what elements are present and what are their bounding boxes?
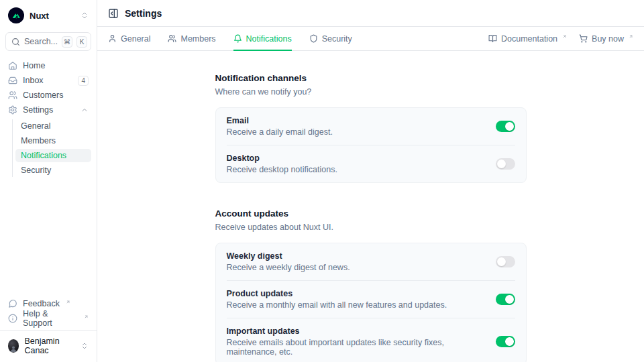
sidebar-item-label: General [21, 121, 50, 131]
bell-icon [233, 34, 242, 43]
section-notification-channels: Notification channels Where can we notif… [215, 73, 527, 183]
sidebar-item-label: Inbox [23, 76, 44, 85]
sidebar-item-settings[interactable]: Settings [5, 103, 91, 117]
sidebar-nav: Home Inbox 4 Customers Settings [5, 59, 91, 177]
settings-card: Email Receive a daily email digest. Desk… [215, 107, 527, 183]
important-updates-toggle[interactable] [496, 336, 515, 347]
setting-row-desktop: Desktop Receive desktop notifications. [227, 145, 515, 182]
setting-row-weekly-digest: Weekly digest Receive a weekly digest of… [227, 243, 515, 280]
user-icon [108, 34, 117, 43]
setting-text: Desktop Receive desktop notifications. [227, 154, 485, 174]
action-label: Documentation [501, 34, 557, 44]
sidebar-item-inbox[interactable]: Inbox 4 [5, 74, 91, 87]
tab-label: Members [180, 34, 215, 44]
panel-left-close-icon[interactable] [108, 8, 119, 19]
help-support-link[interactable]: Help & Support [5, 312, 91, 325]
app-window: Nuxt Search... ⌘ K Home [0, 0, 644, 362]
gear-icon [8, 105, 17, 115]
sidebar-item-customers[interactable]: Customers [5, 88, 91, 102]
cart-icon [579, 34, 588, 43]
setting-description: Receive a weekly digest of news. [227, 263, 485, 272]
inbox-icon [8, 76, 17, 85]
kbd-k: K [76, 36, 87, 48]
external-link-icon [629, 34, 633, 39]
desktop-toggle[interactable] [496, 158, 515, 170]
nuxt-logo-icon [8, 7, 24, 23]
settings-tabbar: General Members Notifications [97, 27, 644, 51]
sidebar-item-label: Security [21, 166, 51, 175]
sidebar-item-security[interactable]: Security [15, 164, 91, 177]
setting-text: Product updates Receive a monthly email … [227, 289, 485, 310]
search-icon [11, 38, 20, 46]
shield-icon [309, 34, 318, 43]
setting-description: Receive emails about important updates l… [227, 338, 485, 357]
buy-now-link[interactable]: Buy now [579, 34, 633, 44]
section-title: Account updates [215, 208, 527, 219]
sidebar-item-label: Feedback [23, 299, 60, 308]
setting-description: Receive a monthly email with all new fea… [227, 300, 485, 310]
section-description: Receive updates about Nuxt UI. [215, 223, 527, 232]
kbd-meta: ⌘ [62, 36, 72, 48]
sidebar-item-general[interactable]: General [15, 119, 91, 133]
setting-label: Weekly digest [227, 251, 485, 261]
sidebar: Nuxt Search... ⌘ K Home [0, 0, 97, 362]
tab-security[interactable]: Security [309, 27, 352, 50]
users-icon [168, 34, 176, 43]
action-label: Buy now [592, 34, 624, 44]
search-input[interactable]: Search... ⌘ K [5, 32, 91, 51]
info-circle-icon [8, 314, 17, 323]
user-name: Benjamin Canac [24, 337, 75, 355]
external-link-icon [66, 300, 70, 304]
section-account-updates: Account updates Receive updates about Nu… [215, 208, 527, 362]
chevrons-up-down-icon [80, 342, 89, 350]
tab-general[interactable]: General [108, 27, 150, 50]
team-switcher[interactable]: Nuxt [5, 7, 91, 24]
sidebar-spacer [5, 177, 91, 297]
setting-row-important-updates: Important updates Receive emails about i… [227, 318, 515, 362]
sidebar-item-label: Settings [23, 105, 53, 115]
users-icon [8, 90, 17, 100]
settings-content: Notification channels Where can we notif… [97, 51, 644, 362]
sidebar-item-home[interactable]: Home [5, 59, 91, 72]
external-link-icon [84, 314, 89, 319]
home-icon [8, 61, 17, 70]
sidebar-item-members[interactable]: Members [15, 134, 91, 147]
setting-text: Email Receive a daily email digest. [227, 116, 485, 137]
feedback-link[interactable]: Feedback [5, 297, 91, 310]
documentation-link[interactable]: Documentation [488, 34, 567, 44]
sidebar-item-label: Customers [23, 90, 63, 100]
setting-label: Important updates [227, 326, 485, 336]
user-menu[interactable]: Benjamin Canac [5, 331, 91, 358]
sidebar-item-label: Help & Support [23, 309, 78, 328]
tabs: General Members Notifications [108, 27, 352, 50]
tab-label: General [121, 34, 150, 44]
tab-label: Notifications [246, 34, 292, 44]
settings-subnav: General Members Notifications Security [12, 119, 91, 177]
weekly-digest-toggle[interactable] [496, 256, 515, 267]
tabbar-actions: Documentation Buy now [488, 27, 633, 50]
setting-text: Important updates Receive emails about i… [227, 326, 485, 357]
book-open-icon [488, 34, 497, 43]
chevron-up-icon [80, 106, 89, 114]
tab-members[interactable]: Members [168, 27, 215, 50]
sidebar-item-label: Members [21, 136, 56, 145]
main-panel: Settings General Members [97, 0, 644, 362]
setting-label: Product updates [227, 289, 485, 298]
sidebar-item-notifications[interactable]: Notifications [15, 149, 91, 162]
setting-label: Email [227, 116, 485, 125]
sidebar-footer: Feedback Help & Support [5, 297, 91, 325]
inbox-count-badge: 4 [78, 76, 89, 86]
setting-description: Receive desktop notifications. [227, 165, 485, 174]
product-updates-toggle[interactable] [496, 294, 515, 305]
email-toggle[interactable] [496, 121, 515, 132]
search-placeholder: Search... [24, 37, 58, 46]
external-link-icon [562, 34, 567, 39]
tab-notifications[interactable]: Notifications [233, 27, 292, 50]
setting-row-email: Email Receive a daily email digest. [227, 108, 515, 145]
tab-label: Security [322, 34, 352, 44]
user-avatar [8, 339, 19, 353]
setting-description: Receive a daily email digest. [227, 127, 485, 137]
section-title: Notification channels [215, 73, 527, 83]
setting-text: Weekly digest Receive a weekly digest of… [227, 251, 485, 272]
setting-label: Desktop [227, 154, 485, 163]
